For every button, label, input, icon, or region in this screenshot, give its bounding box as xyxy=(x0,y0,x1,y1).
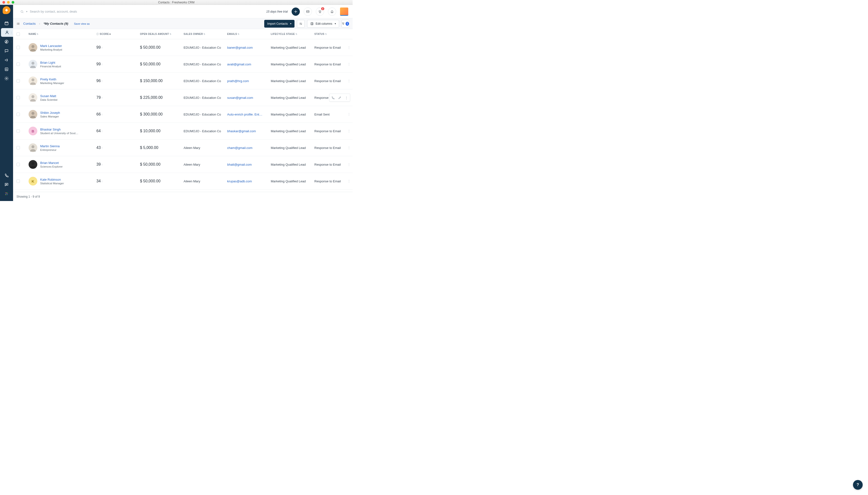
row-more-icon[interactable]: ⋮ xyxy=(346,113,352,116)
email-link[interactable]: prath@hrg.com xyxy=(227,79,249,83)
nav-deals[interactable]: ⋮ xyxy=(0,37,13,46)
row-checkbox[interactable] xyxy=(16,46,20,49)
table-row[interactable]: Brian Light Financial Analyst 99↑ $ 50,0… xyxy=(13,56,353,73)
nav-reports[interactable] xyxy=(0,65,13,74)
email-link[interactable]: avali@gmail.com xyxy=(227,63,251,66)
row-checkbox[interactable] xyxy=(16,146,20,150)
mail-button[interactable] xyxy=(304,7,312,16)
owner-value: EDUMOJO - Education Co xyxy=(184,113,221,116)
table-row[interactable]: Preity Keith Marketing Manager 96↑ $ 150… xyxy=(13,73,353,89)
row-more-icon[interactable]: ⋮ xyxy=(346,46,352,49)
amount-value: $ 50,000.00 xyxy=(140,162,160,166)
email-link[interactable]: Auto-enrich profile. Ent… xyxy=(227,113,262,116)
email-link[interactable]: baner@gmail.com xyxy=(227,46,253,49)
email-link[interactable]: krupas@adb.com xyxy=(227,180,252,183)
subheader: Contacts › *My Contacts (9) Save view as… xyxy=(13,18,353,29)
edit-icon[interactable] xyxy=(337,95,343,100)
row-checkbox[interactable] xyxy=(16,63,20,66)
table-row[interactable]: K Kate Robinson Statistical Manager 34↑ … xyxy=(13,173,353,190)
contact-name-link[interactable]: Brian Mancet xyxy=(40,161,63,165)
row-checkbox[interactable] xyxy=(16,79,20,83)
call-icon[interactable] xyxy=(330,95,336,100)
user-avatar-button[interactable] xyxy=(340,7,348,16)
import-contacts-button[interactable]: Import Contacts xyxy=(264,20,295,28)
adjust-button[interactable] xyxy=(297,20,305,28)
row-checkbox[interactable] xyxy=(16,96,20,99)
col-status-header[interactable]: STATUS xyxy=(314,33,325,35)
select-all-checkbox[interactable] xyxy=(16,32,20,36)
search-input[interactable] xyxy=(30,10,98,13)
contact-name-link[interactable]: Mark Lancaster xyxy=(40,44,62,48)
status-value: Response to Email xyxy=(314,163,341,166)
nav-campaigns[interactable]: ⋮ xyxy=(0,56,13,64)
more-icon[interactable]: ⋮ xyxy=(343,95,350,101)
row-checkbox[interactable] xyxy=(16,129,20,133)
email-link[interactable]: cham@gmail.com xyxy=(227,146,252,150)
col-name-header[interactable]: NAME xyxy=(29,33,36,35)
window-close-button[interactable] xyxy=(2,1,5,4)
search-icon[interactable] xyxy=(20,10,24,13)
svg-point-19 xyxy=(32,79,34,81)
add-button[interactable] xyxy=(292,7,300,16)
svg-point-8 xyxy=(5,193,6,194)
row-more-icon[interactable]: ⋮ xyxy=(346,146,352,150)
nav-apps[interactable] xyxy=(0,189,13,198)
cart-button[interactable]: 2 xyxy=(316,7,324,16)
email-link[interactable]: bhaskar@gmail.com xyxy=(227,129,256,133)
row-more-icon[interactable]: ⋮ xyxy=(346,179,352,183)
window-minimize-button[interactable] xyxy=(7,1,10,4)
table-row[interactable]: Brian Mancet Sciences Explorer 39↑ $ 50,… xyxy=(13,156,353,173)
table-row[interactable]: Martin Sienna Entrepreneur 43↑ $ 5,000.0… xyxy=(13,139,353,156)
contact-title: Student at University of Sout… xyxy=(40,132,78,135)
nav-submenu-icon: ⋮ xyxy=(10,60,13,61)
row-more-icon[interactable]: ⋮ xyxy=(346,79,352,83)
window-maximize-button[interactable] xyxy=(12,1,14,4)
contact-title: Marketing Manager xyxy=(40,82,64,85)
contact-avatar xyxy=(29,93,37,102)
contact-name-link[interactable]: Brian Light xyxy=(40,61,61,64)
search-dropdown-icon[interactable]: ▾ xyxy=(26,10,27,13)
nav-settings[interactable] xyxy=(0,74,13,83)
table-row[interactable]: B Bhaskar Singh Student at University of… xyxy=(13,123,353,139)
row-more-icon[interactable]: ⋮ xyxy=(346,129,352,133)
col-owner-header[interactable]: SALES OWNER xyxy=(184,33,203,35)
save-view-link[interactable]: Save view as xyxy=(74,22,90,25)
edit-columns-button[interactable]: Edit columns xyxy=(307,20,339,28)
contact-avatar xyxy=(29,143,37,152)
email-link[interactable]: susan@gmail.com xyxy=(227,96,253,100)
table-row[interactable]: Susan Matt Data Scientist 79↑ $ 225,000.… xyxy=(13,89,353,106)
breadcrumb-root[interactable]: Contacts xyxy=(23,22,36,25)
contact-avatar xyxy=(29,110,37,119)
contact-name-link[interactable]: Martin Sienna xyxy=(40,144,59,148)
sort-desc-icon: ▾ xyxy=(109,33,111,35)
contact-name-link[interactable]: Kate Robinson xyxy=(40,178,64,182)
contact-name-link[interactable]: Shibin Joseph xyxy=(40,111,60,115)
col-score-header[interactable]: SCORE xyxy=(100,33,109,35)
contact-name-link[interactable]: Preity Keith xyxy=(40,78,64,81)
stage-value: Marketing Qualified Lead xyxy=(271,63,306,66)
col-amount-header[interactable]: OPEN DEALS AMOUNT xyxy=(140,33,169,35)
col-stage-header[interactable]: LIFECYCLE STAGE xyxy=(271,33,295,35)
row-more-icon[interactable]: ⋮ xyxy=(346,163,352,166)
col-email-header[interactable]: EMAILS xyxy=(227,33,237,35)
contact-name-link[interactable]: Susan Matt xyxy=(40,94,57,98)
nav-calendar[interactable]: ⋮ xyxy=(0,19,13,28)
nav-chat[interactable] xyxy=(0,180,13,189)
list-view-icon[interactable] xyxy=(16,22,20,25)
notifications-button[interactable] xyxy=(328,7,336,16)
table-row[interactable]: Shibin Joseph Sales Manager 66↑ $ 300,00… xyxy=(13,106,353,123)
nav-contacts[interactable]: ⋮ xyxy=(1,28,13,37)
contact-avatar xyxy=(29,76,37,85)
nav-conversations[interactable]: ⋮ xyxy=(0,47,13,55)
table-row[interactable]: Mark Lancaster Marketing Analyst 99↑ $ 5… xyxy=(13,39,353,56)
app-logo[interactable] xyxy=(3,6,11,14)
row-checkbox[interactable] xyxy=(16,113,20,116)
contact-name-link[interactable]: Bhaskar Singh xyxy=(40,127,78,131)
nav-phone[interactable] xyxy=(0,171,13,180)
row-checkbox[interactable] xyxy=(16,180,20,183)
email-link[interactable]: bhatt@gmail.com xyxy=(227,163,252,166)
row-checkbox[interactable] xyxy=(16,163,20,166)
stage-value: Marketing Qualified Lead xyxy=(271,163,306,166)
filter-button[interactable]: 1 xyxy=(341,20,349,28)
row-more-icon[interactable]: ⋮ xyxy=(346,62,352,66)
